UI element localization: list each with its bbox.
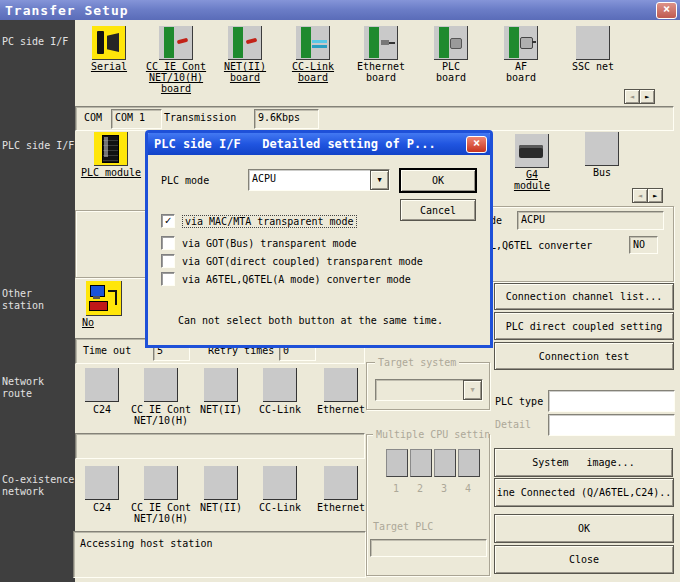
net-ii-icon[interactable] bbox=[204, 466, 238, 500]
pc-if-item-cc-link[interactable]: CC-Link board bbox=[278, 26, 348, 83]
title-bar[interactable]: Transfer Setup × bbox=[0, 0, 680, 20]
pc-if-item-ssc-net[interactable]: SSC net bbox=[569, 26, 617, 72]
other-station-item-no[interactable]: No bbox=[80, 281, 128, 328]
cc-ie-cont-icon[interactable] bbox=[144, 466, 178, 500]
coexistence-item-net-ii[interactable]: NET(II) bbox=[188, 466, 254, 513]
plc-mode-value: ACPU bbox=[517, 211, 664, 230]
system-image-button[interactable]: System image... bbox=[494, 448, 673, 477]
com-settings-bar: COM COM 1 Transmission 9.6Kbps bbox=[75, 106, 674, 131]
transfer-setup-window: Transfer Setup × PC side I/F PLC side I/… bbox=[0, 0, 680, 582]
network-route-item-cc-ie[interactable]: CC IE Cont NET/10(H) bbox=[128, 368, 194, 426]
plc-module-icon[interactable] bbox=[94, 132, 128, 166]
pc-if-item-label: NET(II) board bbox=[210, 61, 280, 83]
plc-if-item-bus[interactable]: Bus bbox=[578, 132, 626, 178]
plc-mode-select[interactable]: ACPU ▼ bbox=[248, 169, 390, 191]
cc-ie-cont-board-icon[interactable] bbox=[159, 26, 193, 60]
target-system-select[interactable]: ▼ bbox=[375, 379, 483, 401]
scroll-left-icon[interactable]: ◄ bbox=[624, 89, 640, 104]
ethernet-board-icon[interactable] bbox=[364, 26, 398, 60]
checkbox-unchecked-icon[interactable] bbox=[161, 254, 175, 268]
dialog-ok-button[interactable]: OK bbox=[400, 169, 476, 192]
plc-direct-coupled-setting-button[interactable]: PLC direct coupled setting bbox=[494, 312, 674, 340]
coexistence-item-c24[interactable]: C24 bbox=[69, 466, 135, 513]
cpu-slot-1[interactable] bbox=[386, 449, 408, 477]
target-plc-label: Target PLC bbox=[373, 521, 433, 532]
checkbox-label: via GOT(direct coupled) transparent mode bbox=[182, 256, 423, 267]
target-system-group: Target system ▼ bbox=[366, 362, 490, 410]
close-button[interactable]: Close bbox=[494, 545, 674, 574]
af-board-icon[interactable] bbox=[504, 26, 538, 60]
network-route-item-ethernet[interactable]: Ethernet bbox=[308, 368, 374, 415]
serial-port-icon[interactable] bbox=[92, 26, 126, 60]
connection-channel-list-button[interactable]: Connection channel list... bbox=[494, 283, 674, 310]
network-route-label: CC IE Cont NET/10(H) bbox=[128, 404, 194, 426]
ethernet-icon[interactable] bbox=[324, 368, 358, 402]
cpu-slot-3[interactable] bbox=[434, 449, 456, 477]
chevron-down-icon[interactable]: ▼ bbox=[463, 380, 482, 400]
network-route-item-c24[interactable]: C24 bbox=[69, 368, 135, 415]
checkbox-label: via GOT(Bus) transparent mode bbox=[182, 238, 357, 249]
pc-if-item-net-ii[interactable]: NET(II) board bbox=[210, 26, 280, 83]
scroll-right-icon[interactable]: ► bbox=[647, 188, 663, 203]
plc-board-icon[interactable] bbox=[434, 26, 468, 60]
net-ii-icon[interactable] bbox=[204, 368, 238, 402]
cpu-slot-4[interactable] bbox=[458, 449, 480, 477]
cpu-slot-2[interactable] bbox=[410, 449, 432, 477]
checkbox-row-got-bus[interactable]: via GOT(Bus) transparent mode bbox=[161, 236, 357, 250]
coexistence-item-ethernet[interactable]: Ethernet bbox=[308, 466, 374, 513]
g4-module-icon[interactable] bbox=[515, 134, 549, 168]
target-plc-input[interactable] bbox=[370, 539, 487, 557]
pc-if-item-cc-ie-cont[interactable]: CC IE Cont NET/10(H) board bbox=[141, 26, 211, 94]
ethernet-icon[interactable] bbox=[324, 466, 358, 500]
pc-if-item-plc-board[interactable]: PLC board bbox=[427, 26, 475, 83]
checkbox-row-got-direct[interactable]: via GOT(direct coupled) transparent mode bbox=[161, 254, 423, 268]
converter-label-clipped: L,Q6TEL converter bbox=[490, 240, 592, 251]
cc-ie-cont-icon[interactable] bbox=[144, 368, 178, 402]
target-system-label: Target system bbox=[375, 357, 459, 368]
multiple-cpu-label: Multiple CPU setting bbox=[373, 429, 489, 440]
pc-if-item-label: CC-Link board bbox=[278, 61, 348, 83]
close-icon[interactable]: × bbox=[656, 2, 677, 19]
plc-type-input[interactable] bbox=[548, 390, 675, 412]
connection-test-button[interactable]: Connection test bbox=[494, 342, 674, 370]
line-connected-button[interactable]: ine Connected (Q/A6TEL,C24).. bbox=[494, 478, 674, 507]
coexistence-label: CC IE Cont NET/10(H) bbox=[128, 502, 194, 524]
checkbox-unchecked-icon[interactable] bbox=[161, 272, 175, 286]
ssc-net-icon[interactable] bbox=[576, 26, 610, 60]
coexistence-item-cc-link[interactable]: CC-Link bbox=[247, 466, 313, 513]
checkbox-row-mac-mta[interactable]: ✓ via MAC/MTA transparent mode bbox=[161, 214, 357, 228]
pc-if-item-label: Ethernet board bbox=[351, 61, 411, 83]
checkbox-unchecked-icon[interactable] bbox=[161, 236, 175, 250]
pc-if-item-ethernet[interactable]: Ethernet board bbox=[351, 26, 411, 83]
plc-if-item-plc-module[interactable]: PLC module bbox=[76, 132, 146, 178]
ok-button[interactable]: OK bbox=[494, 514, 674, 543]
detail-input[interactable] bbox=[548, 414, 675, 436]
cc-link-icon[interactable] bbox=[263, 466, 297, 500]
net-ii-board-icon[interactable] bbox=[228, 26, 262, 60]
dialog-title-bar[interactable]: PLC side I/F Detailed setting of P... × bbox=[148, 133, 490, 155]
network-route-item-net-ii[interactable]: NET(II) bbox=[188, 368, 254, 415]
c24-icon[interactable] bbox=[85, 466, 119, 500]
c24-icon[interactable] bbox=[85, 368, 119, 402]
detail-label: Detail bbox=[495, 419, 531, 430]
pc-if-item-serial[interactable]: Serial bbox=[74, 26, 144, 72]
pc-if-item-af-board[interactable]: AF board bbox=[497, 26, 545, 83]
checkbox-row-a6tel[interactable]: via A6TEL,Q6TEL(A mode) converter mode bbox=[161, 272, 411, 286]
scroll-left-icon[interactable]: ◄ bbox=[632, 188, 648, 203]
bus-icon[interactable] bbox=[585, 132, 619, 166]
scroll-right-icon[interactable]: ► bbox=[639, 89, 655, 104]
network-route-item-cc-link[interactable]: CC-Link bbox=[247, 368, 313, 415]
transmission-value: 9.6Kbps bbox=[254, 109, 319, 129]
pc-if-item-label: Serial bbox=[74, 61, 144, 72]
cpu-slot-number: 2 bbox=[417, 483, 423, 494]
cc-link-board-icon[interactable] bbox=[296, 26, 330, 60]
chevron-down-icon[interactable]: ▼ bbox=[370, 170, 389, 190]
coexistence-item-cc-ie[interactable]: CC IE Cont NET/10(H) bbox=[128, 466, 194, 524]
dialog-cancel-button[interactable]: Cancel bbox=[400, 199, 476, 221]
plc-type-label: PLC type bbox=[495, 396, 543, 407]
checkbox-checked-icon[interactable]: ✓ bbox=[161, 214, 175, 228]
cc-link-icon[interactable] bbox=[263, 368, 297, 402]
close-icon[interactable]: × bbox=[466, 136, 487, 153]
no-other-station-icon[interactable] bbox=[86, 281, 122, 316]
plc-if-item-g4-module[interactable]: G4 module bbox=[508, 134, 556, 191]
